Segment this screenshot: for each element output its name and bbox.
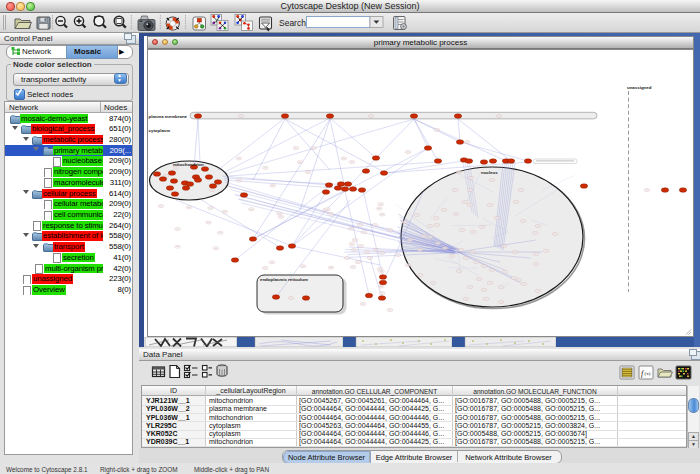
svg-text:unassigned: unassigned	[627, 85, 652, 90]
svg-text:nucleus: nucleus	[481, 170, 498, 175]
svg-text:endoplasmic reticulum: endoplasmic reticulum	[260, 277, 308, 282]
svg-text:mitochondrion: mitochondrion	[173, 162, 204, 167]
svg-text:plasma membrane: plasma membrane	[149, 114, 188, 119]
svg-text:cytoplasm: cytoplasm	[149, 128, 171, 133]
svg-text:Search:: Search:	[279, 18, 308, 28]
svg-text:(x): (x)	[645, 371, 651, 376]
